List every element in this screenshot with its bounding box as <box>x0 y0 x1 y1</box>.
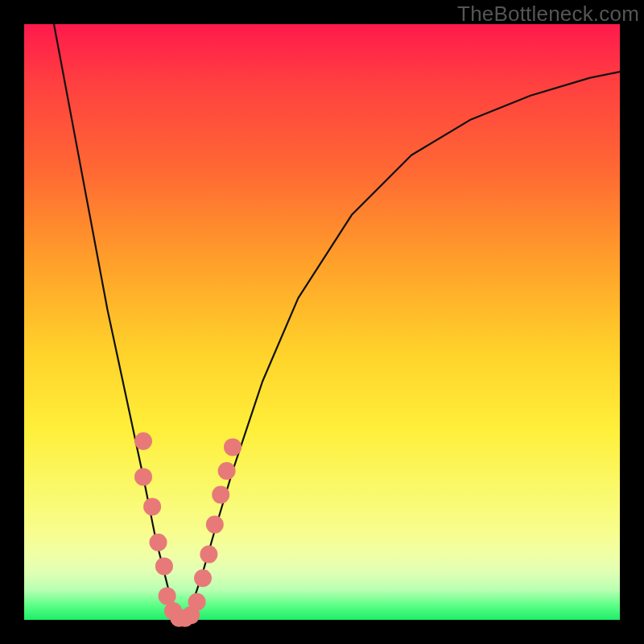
highlight-point <box>200 546 217 564</box>
highlight-point <box>224 438 242 456</box>
highlight-point <box>194 569 212 587</box>
highlight-point <box>155 557 173 575</box>
highlight-point <box>150 534 167 551</box>
highlight-point <box>188 593 206 611</box>
curve-layer <box>54 24 620 620</box>
marker-layer <box>134 432 242 627</box>
highlight-point <box>212 486 229 504</box>
highlight-point <box>218 462 236 480</box>
highlight-point <box>134 432 152 450</box>
watermark-text: TheBottleneck.com <box>457 2 639 27</box>
highlight-point <box>206 516 224 534</box>
highlight-point <box>143 497 161 515</box>
bottleneck-curve <box>54 24 620 620</box>
highlight-point <box>134 468 152 485</box>
outer-frame: TheBottleneck.com <box>0 0 644 644</box>
chart-overlay <box>24 24 620 620</box>
